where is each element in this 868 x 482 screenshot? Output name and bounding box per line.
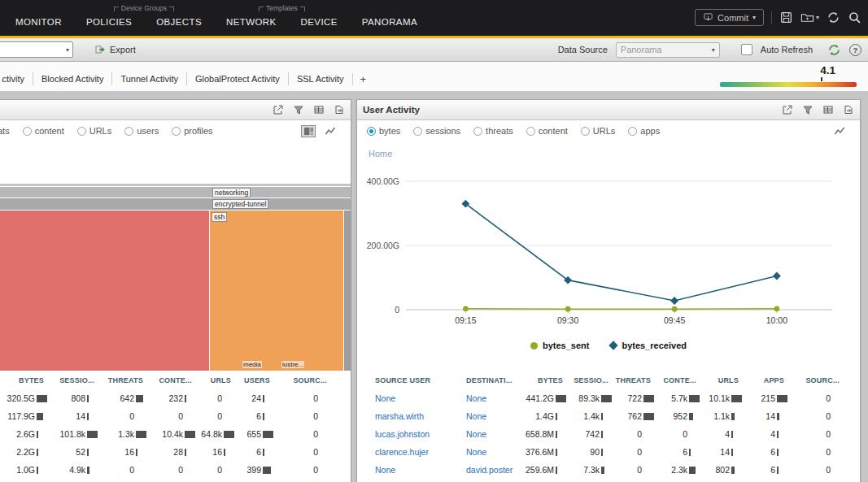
user-link[interactable]: david.poster bbox=[455, 461, 517, 479]
radio-threats[interactable]: threats bbox=[473, 126, 513, 136]
treemap-band-networking[interactable]: networking bbox=[0, 187, 351, 198]
table-row[interactable]: clarence.hujerNone376.6M90061460 bbox=[364, 443, 844, 461]
radio-profiles[interactable]: profiles bbox=[172, 126, 212, 136]
column-header[interactable]: BYTES bbox=[0, 371, 48, 389]
svg-text:09:45: 09:45 bbox=[664, 315, 685, 325]
nav-objects[interactable]: OBJECTS bbox=[144, 13, 214, 34]
table-row[interactable]: NoneNone441.2G89.3k7225.7k10.1k2150 bbox=[364, 389, 844, 407]
tab-tunnel-activity[interactable]: Tunnel Activity bbox=[111, 72, 186, 85]
table-view-icon[interactable] bbox=[313, 104, 325, 115]
export-button[interactable]: Export bbox=[94, 44, 136, 55]
treemap-block-sliver[interactable] bbox=[344, 211, 351, 371]
treemap-band-encrypted-tunnel[interactable]: encrypted-tunnel bbox=[0, 198, 351, 210]
nav-panorama[interactable]: PANORAMA bbox=[350, 13, 430, 34]
column-header[interactable]: SOURC... bbox=[788, 371, 844, 389]
tab-globalprotect-activity[interactable]: GlobalProtect Activity bbox=[186, 72, 288, 85]
treemap-block-large[interactable] bbox=[0, 211, 209, 371]
export-widget-icon[interactable] bbox=[843, 104, 854, 115]
radio-content[interactable]: content bbox=[23, 126, 64, 136]
column-header[interactable]: URLS bbox=[700, 371, 743, 389]
column-header[interactable]: CONTE... bbox=[655, 371, 700, 389]
export-widget-icon[interactable] bbox=[334, 104, 345, 115]
filter-icon[interactable] bbox=[802, 104, 813, 115]
maximize-icon[interactable] bbox=[273, 104, 284, 115]
user-link[interactable]: None bbox=[364, 461, 455, 479]
legend-bytes_sent[interactable]: bytes_sent bbox=[530, 341, 589, 350]
save-icon[interactable] bbox=[779, 11, 793, 24]
add-tab-button[interactable]: + bbox=[352, 73, 374, 85]
column-header[interactable]: URLS bbox=[196, 371, 235, 389]
radio-circle bbox=[413, 127, 422, 136]
trend-view-icon[interactable] bbox=[323, 125, 338, 137]
column-header[interactable]: USERS bbox=[235, 371, 274, 389]
refresh-icon[interactable] bbox=[827, 11, 840, 24]
table-row[interactable]: 872.1M22.5k00152320 bbox=[0, 479, 331, 482]
user-link[interactable]: None bbox=[455, 425, 517, 443]
user-link[interactable]: None bbox=[455, 443, 517, 461]
radio-urls[interactable]: URLs bbox=[77, 126, 112, 136]
user-link[interactable]: None bbox=[455, 407, 517, 425]
task-manager-button[interactable]: ▾ bbox=[800, 11, 819, 24]
table-row[interactable]: Nonedavid.poster259.6M7.3k02.3k80260 bbox=[364, 461, 844, 479]
filter-icon[interactable] bbox=[293, 104, 304, 115]
tab-activity-partial[interactable]: Activity bbox=[0, 72, 33, 85]
nav-device[interactable]: DEVICE bbox=[289, 13, 350, 34]
user-link[interactable]: steven.sharma bbox=[364, 479, 455, 482]
auto-refresh-checkbox[interactable] bbox=[741, 44, 752, 55]
cell-value: 0 bbox=[129, 465, 134, 475]
table-row[interactable]: 320.5G8086422320240 bbox=[0, 389, 331, 407]
bracket-right bbox=[169, 7, 174, 11]
table-row[interactable]: lucas.johnstonNone658.8M74200440 bbox=[364, 425, 844, 443]
table-row[interactable]: steven.sharmaNone234.1M4.4k0423690 bbox=[364, 479, 844, 482]
treemap-band-top[interactable] bbox=[0, 184, 351, 186]
radio-bytes[interactable]: bytes bbox=[367, 126, 400, 136]
table-row[interactable]: 117.9G1400060 bbox=[0, 407, 331, 425]
radio-content[interactable]: content bbox=[526, 126, 568, 136]
column-header[interactable]: SESSIO... bbox=[48, 371, 98, 389]
treemap-block-ssh[interactable]: ssh media lustre... bbox=[210, 211, 343, 371]
radio-urls[interactable]: URLs bbox=[581, 126, 616, 136]
user-link[interactable]: None bbox=[455, 389, 517, 407]
treemap-label: networking bbox=[212, 188, 251, 198]
table-row[interactable]: 2.2G5216281660 bbox=[0, 443, 331, 461]
value-bar bbox=[600, 413, 612, 420]
legend-bytes_received[interactable]: bytes_received bbox=[610, 341, 687, 350]
column-header[interactable]: THREATS bbox=[98, 371, 147, 389]
table-row[interactable]: marsha.wirthNone1.4G1.4k7629521.1k140 bbox=[364, 407, 844, 425]
column-header[interactable]: DESTINATI... bbox=[455, 371, 517, 389]
user-link[interactable]: lucas.johnston bbox=[364, 425, 455, 443]
tab-blocked-activity[interactable]: Blocked Activity bbox=[33, 72, 111, 85]
user-link[interactable]: marsha.wirth bbox=[364, 407, 455, 425]
radio-users[interactable]: users bbox=[124, 126, 159, 136]
search-icon[interactable] bbox=[848, 11, 861, 24]
radio-threats[interactable]: threats bbox=[0, 126, 10, 136]
maximize-icon[interactable] bbox=[782, 104, 793, 115]
breadcrumb-home[interactable]: Home bbox=[369, 149, 392, 158]
nav-network[interactable]: NETWORK bbox=[214, 13, 289, 34]
nav-policies[interactable]: POLICIES bbox=[74, 13, 144, 34]
time-range-select[interactable]: ▾ bbox=[0, 41, 73, 58]
radio-sessions[interactable]: sessions bbox=[413, 126, 460, 136]
column-header[interactable]: SOURCE USER bbox=[364, 371, 455, 389]
user-link[interactable]: clarence.hujer bbox=[364, 443, 455, 461]
user-link[interactable]: None bbox=[455, 479, 517, 482]
radio-apps[interactable]: apps bbox=[628, 126, 660, 136]
sync-icon[interactable] bbox=[827, 43, 841, 57]
column-header[interactable]: THREATS bbox=[613, 371, 655, 389]
column-header[interactable]: SESSIO... bbox=[567, 371, 613, 389]
nav-monitor[interactable]: MONITOR bbox=[3, 13, 74, 34]
commit-button[interactable]: Commit ▾ bbox=[695, 9, 764, 26]
help-icon[interactable]: ? bbox=[849, 44, 861, 56]
column-header[interactable]: SOURC... bbox=[274, 371, 331, 389]
column-header[interactable]: CONTE... bbox=[147, 371, 196, 389]
trend-view-icon[interactable] bbox=[832, 125, 847, 137]
table-row[interactable]: 2.6G101.8k1.3k10.4k64.8k6550 bbox=[0, 425, 331, 443]
data-source-select[interactable]: Panorama ▾ bbox=[616, 42, 720, 58]
tab-ssl-activity[interactable]: SSL Activity bbox=[288, 72, 352, 85]
treemap-view-icon[interactable] bbox=[301, 125, 316, 137]
column-header[interactable]: APPS bbox=[743, 371, 788, 389]
table-row[interactable]: 1.0G4.9k0003990 bbox=[0, 461, 331, 479]
table-view-icon[interactable] bbox=[822, 104, 834, 115]
column-header[interactable]: BYTES bbox=[517, 371, 567, 389]
user-link[interactable]: None bbox=[364, 389, 455, 407]
